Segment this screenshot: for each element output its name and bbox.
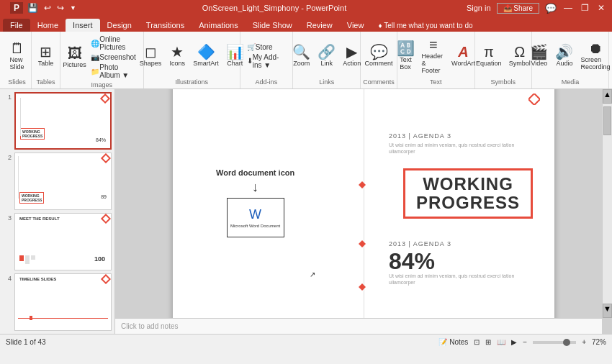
tab-transitions[interactable]: Transitions — [139, 19, 192, 32]
action-button[interactable]: ▶ Action — [340, 43, 364, 68]
slide-thumb-2[interactable]: 2 WORKINGPROGRESS 89 — [3, 153, 112, 210]
comment-nav-icon[interactable]: 💬 — [545, 3, 557, 14]
tab-insert[interactable]: Insert — [66, 19, 100, 32]
table-button[interactable]: ⊞ Table — [35, 43, 58, 68]
redo-button[interactable]: ↪ — [55, 3, 66, 13]
thumb-diamond-1 — [100, 94, 110, 104]
zoom-button[interactable]: 🔍 Zoom — [289, 43, 313, 68]
reading-view-button[interactable]: 📖 — [497, 338, 505, 346]
header-footer-icon: ≡ — [429, 37, 438, 52]
thumb-bar-3 — [31, 255, 35, 260]
store-button[interactable]: 🛒 Store — [245, 42, 288, 52]
scrollbar-up-button[interactable]: ▲ — [603, 89, 612, 104]
thumb-divider-1 — [20, 98, 21, 136]
slide-divider-line — [364, 89, 364, 334]
action-icon: ▶ — [346, 45, 357, 59]
normal-view-button[interactable]: ⊡ — [474, 338, 480, 346]
qat-customize-button[interactable]: ▼ — [68, 4, 78, 12]
tab-tell-me[interactable]: ♦ Tell me what you want to do — [371, 19, 480, 32]
add-notes-text: Click to add notes — [121, 322, 179, 330]
slide-thumb-4[interactable]: 4 TIMELINE SLIDES — [3, 273, 112, 331]
add-notes-bar[interactable]: Click to add notes — [115, 318, 602, 334]
undo-button[interactable]: ↩ — [42, 3, 53, 13]
agenda-section-1: 2013 | AGENDA 3 Ut wisi enim ad minim ve… — [389, 132, 533, 155]
pictures-button[interactable]: 🖼 Pictures — [62, 45, 87, 70]
close-button[interactable]: ✕ — [596, 3, 606, 13]
header-footer-button[interactable]: ≡ Header& Footer — [419, 36, 448, 76]
screen-recording-button[interactable]: ⏺ ScreenRecording — [577, 40, 612, 72]
tab-file[interactable]: File — [3, 19, 30, 32]
slide-image-1[interactable]: WORKINGPROGRESS 84% — [14, 92, 112, 150]
zoom-out-button[interactable]: − — [523, 338, 527, 346]
slide-image-3[interactable]: MEET THE RESULT 100 — [14, 213, 112, 270]
zoom-icon: 🔍 — [292, 45, 310, 59]
textbox-button[interactable]: 🔠 TextBox — [395, 40, 418, 72]
ribbon-group-comments: 💬 Comment Comments — [361, 32, 397, 88]
working-progress-box[interactable]: WORKING PROGRESS — [403, 168, 533, 219]
new-slide-button[interactable]: 🗒 NewSlide — [6, 40, 29, 72]
tab-review[interactable]: Review — [300, 19, 340, 32]
ribbon-group-tables: ⊞ Table Tables — [32, 32, 60, 88]
video-button[interactable]: 🎬 Video — [527, 43, 551, 68]
word-doc-icon-label: Word document icon — [216, 168, 294, 177]
svg-marker-1 — [359, 181, 366, 188]
slide-image-2[interactable]: WORKINGPROGRESS 89 — [14, 153, 112, 210]
tab-home[interactable]: Home — [30, 19, 66, 32]
smartart-button[interactable]: 🔷 SmartArt — [190, 43, 222, 68]
screen-recording-icon: ⏺ — [588, 41, 603, 55]
tab-design[interactable]: Design — [100, 19, 139, 32]
symbols-group-label: Symbols — [491, 77, 516, 86]
my-addins-button[interactable]: ⬇ My Add-ins ▼ — [245, 53, 288, 70]
scrollbar-thumb[interactable] — [603, 106, 611, 135]
slideshow-button[interactable]: ▶ — [511, 338, 517, 346]
sign-in-button[interactable]: Sign in — [467, 4, 491, 12]
tab-animations[interactable]: Animations — [192, 19, 245, 32]
illustrations-group-label: Illustrations — [175, 77, 208, 86]
left-diamond-3 — [359, 283, 366, 292]
audio-icon: 🔊 — [555, 45, 573, 59]
share-button[interactable]: 📤 Share — [497, 3, 539, 14]
link-button[interactable]: 🔗 Link — [315, 43, 338, 68]
equation-button[interactable]: π Equation — [473, 43, 505, 68]
agenda2-title: 2013 | AGENDA 3 — [389, 240, 533, 247]
photo-album-icon: 📁 — [91, 68, 99, 76]
tab-slideshow[interactable]: Slide Show — [246, 19, 300, 32]
slide-thumb-1[interactable]: 1 WORKINGPROGRESS 84% — [3, 92, 112, 150]
thumb-timeline-label: TIMELINE SLIDES — [19, 277, 56, 281]
thumb-bar-1 — [19, 255, 24, 261]
slide-canvas[interactable]: Word document icon ↓ W Microsoft Word Do… — [173, 89, 554, 334]
textbox-icon: 🔠 — [397, 41, 415, 55]
agenda1-text: Ut wisi enim ad minim veniam, quis nostr… — [389, 142, 533, 155]
icons-button[interactable]: ★ Icons — [166, 43, 189, 68]
minimize-button[interactable]: — — [562, 3, 574, 13]
photo-album-button[interactable]: 📁 Photo Album ▼ — [89, 63, 142, 80]
agenda2-text: Ut wisi enim ad minim veniam, quis nostr… — [389, 273, 533, 286]
symbol-icon: Ω — [514, 45, 525, 59]
online-pictures-button[interactable]: 🌐 Online Pictures — [89, 35, 142, 52]
slide-sorter-button[interactable]: ⊞ — [485, 338, 491, 346]
slide-image-4[interactable]: TIMELINE SLIDES — [14, 273, 112, 331]
save-button[interactable]: 💾 — [26, 3, 40, 13]
text-group-label: Text — [430, 77, 442, 86]
notes-button[interactable]: 📝 Notes — [438, 338, 468, 346]
tab-view[interactable]: View — [340, 19, 372, 32]
zoom-in-button[interactable]: + — [582, 338, 586, 346]
agenda-section-2: 2013 | AGENDA 3 84% Ut wisi enim ad mini… — [389, 240, 533, 286]
working-progress-text: WORKING PROGRESS — [416, 175, 520, 213]
images-sub-group: 🌐 Online Pictures 📷 Screenshot 📁 Photo A… — [89, 35, 142, 80]
slide-thumb-3[interactable]: 3 MEET THE RESULT 100 — [3, 213, 112, 270]
scrollbar-down-button[interactable]: ▼ — [603, 304, 612, 318]
thumb-divider-2 — [18, 156, 19, 199]
audio-button[interactable]: 🔊 Audio — [552, 43, 576, 68]
table-icon: ⊞ — [40, 45, 52, 59]
comment-button[interactable]: 💬 Comment — [362, 43, 396, 68]
canvas-area[interactable]: ▲ ▼ Word document icon ↓ W Microsoft Wor… — [115, 89, 612, 334]
smartart-icon: 🔷 — [197, 45, 215, 59]
shapes-button[interactable]: ◻ Shapes — [137, 43, 165, 68]
equation-icon: π — [484, 45, 494, 59]
agenda1-title: 2013 | AGENDA 3 — [389, 132, 533, 140]
word-document-box[interactable]: W Microsoft Word Document — [227, 198, 284, 237]
screenshot-button[interactable]: 📷 Screenshot — [89, 53, 142, 62]
zoom-slider[interactable] — [533, 341, 576, 344]
restore-button[interactable]: ❐ — [580, 3, 590, 13]
